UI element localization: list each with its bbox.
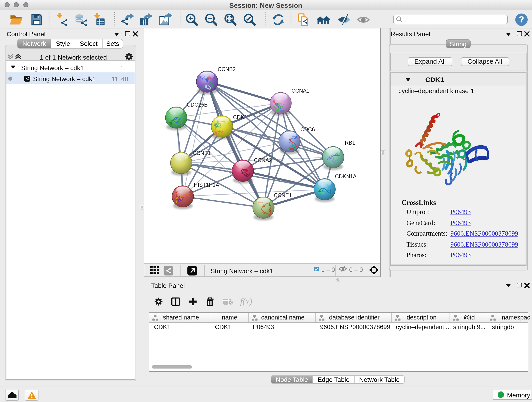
svg-text:?: ? bbox=[519, 15, 524, 24]
svg-text:CCNB1: CCNB1 bbox=[193, 150, 210, 156]
svg-text:CDK1: CDK1 bbox=[233, 114, 247, 120]
svg-text:CDC25B: CDC25B bbox=[187, 102, 208, 108]
svg-text:CDC6: CDC6 bbox=[300, 127, 315, 133]
svg-text:CCNE1: CCNE1 bbox=[274, 192, 292, 198]
svg-text:RB1: RB1 bbox=[345, 140, 355, 146]
svg-text:CCNB2: CCNB2 bbox=[218, 66, 235, 72]
svg-text:CCNA1: CCNA1 bbox=[291, 88, 309, 94]
svg-text:CCNA2: CCNA2 bbox=[254, 157, 272, 163]
svg-text:CDKN1A: CDKN1A bbox=[335, 173, 356, 179]
svg-text:HIST1H1A: HIST1H1A bbox=[194, 182, 219, 188]
